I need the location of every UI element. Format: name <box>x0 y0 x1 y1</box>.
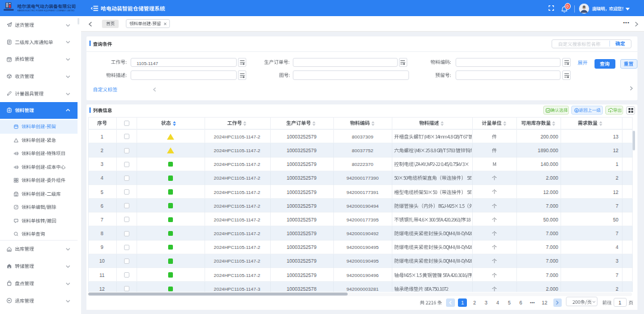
svg-text:HARBIN ELECTRIC POWER EQUIPMEN: HARBIN ELECTRIC POWER EQUIPMENT COMPANY … <box>17 9 75 11</box>
